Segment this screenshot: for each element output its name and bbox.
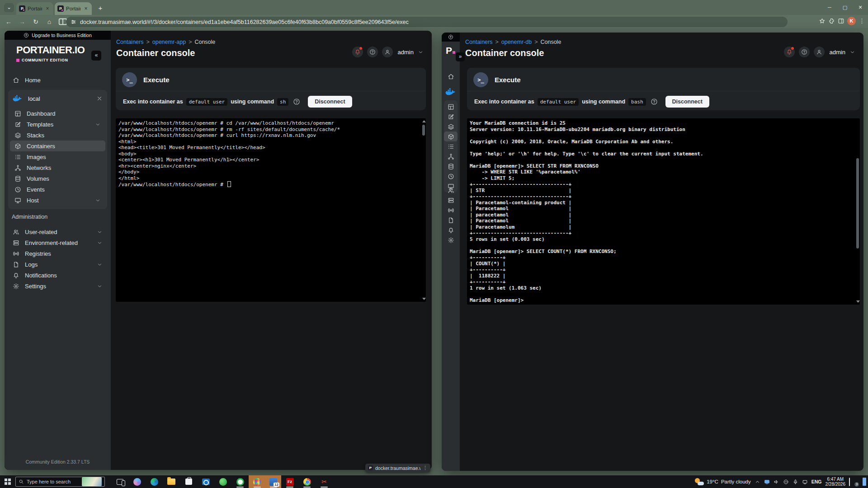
sidebar-expand-button[interactable]: »: [456, 52, 465, 61]
edge-app-button[interactable]: [146, 475, 163, 488]
new-tab-button[interactable]: +: [96, 4, 105, 13]
sidebar-item-home[interactable]: [444, 71, 458, 81]
sidebar-item-images[interactable]: [444, 141, 458, 151]
help-icon[interactable]: [367, 47, 378, 57]
user-menu-chevron-icon[interactable]: [849, 49, 855, 55]
sidebar-item-environment-related[interactable]: Environment-related: [8, 237, 107, 248]
user-avatar[interactable]: [814, 47, 825, 57]
snipping-tool-app-button[interactable]: ✂: [316, 475, 333, 488]
green-app-2-app-button[interactable]: [231, 475, 249, 488]
username[interactable]: admin: [830, 49, 845, 56]
exec-help-icon[interactable]: [651, 98, 658, 105]
sidebar-item-networks[interactable]: Networks: [10, 162, 105, 173]
start-button[interactable]: [0, 475, 15, 488]
sidebar-item-environment-related[interactable]: [444, 195, 458, 205]
sidebar-item-dashboard[interactable]: [444, 102, 458, 112]
scrollbar-thumb[interactable]: [856, 158, 859, 249]
copilot-app-button[interactable]: [128, 475, 146, 488]
forward-icon[interactable]: →: [17, 18, 27, 25]
search-box[interactable]: Type here to search: [15, 477, 105, 487]
scroll-up-icon[interactable]: [422, 120, 426, 122]
sidebar-item-logs[interactable]: [444, 215, 458, 225]
upgrade-banner[interactable]: [442, 33, 460, 42]
browser-tab[interactable]: P Portainer ×: [16, 2, 53, 15]
sidebar-item-home[interactable]: Home: [8, 75, 107, 85]
sidebar-item-logs[interactable]: Logs: [8, 259, 107, 270]
console-terminal[interactable]: /var/www/localhost/htdocs/openemr # cd /…: [116, 118, 426, 302]
sidebar-item-settings[interactable]: [444, 235, 458, 245]
breadcrumb-link[interactable]: Containers: [116, 39, 143, 45]
upgrade-banner[interactable]: Upgrade to Business Edition: [5, 31, 111, 40]
calendar-app-app-button[interactable]: 12: [265, 475, 281, 488]
close-icon[interactable]: ✕: [853, 0, 868, 15]
side-panel-icon[interactable]: [838, 18, 844, 24]
address-bar[interactable]: docker.traumasimae.world/#!/3/docker/con…: [66, 17, 788, 27]
maximize-icon[interactable]: ▢: [837, 0, 853, 15]
endpoint-local[interactable]: local: [8, 93, 107, 104]
sidebar-item-user-related[interactable]: [444, 185, 458, 195]
disconnect-button[interactable]: Disconnect: [665, 96, 709, 108]
minimize-icon[interactable]: ─: [822, 0, 837, 15]
breadcrumb-link[interactable]: openemr-db: [501, 39, 532, 45]
window-status-pill[interactable]: P docker.traumasimae.world ⋮: [365, 464, 430, 472]
disconnect-button[interactable]: Disconnect: [308, 96, 352, 108]
tab-close-icon[interactable]: ×: [44, 5, 51, 12]
sidebar-item-events[interactable]: [444, 171, 458, 181]
site-settings-icon[interactable]: [71, 19, 76, 25]
console-terminal[interactable]: Your MariaDB connection id is 25Server v…: [467, 118, 860, 305]
chrome-app-button[interactable]: [298, 475, 316, 488]
sidebar-item-notifications[interactable]: Notifications: [8, 270, 107, 281]
sidebar-item-containers[interactable]: [444, 131, 458, 141]
tab-search-button[interactable]: ⌄: [4, 3, 14, 12]
file-explorer-app-button[interactable]: [163, 475, 180, 488]
sidebar-item-host[interactable]: Host: [10, 195, 105, 206]
sidebar-collapse-button[interactable]: «: [91, 51, 101, 61]
network-icon[interactable]: [802, 479, 808, 485]
display-icon[interactable]: [764, 479, 770, 485]
show-desktop-button[interactable]: [863, 478, 866, 486]
filezilla-app-button[interactable]: Fz: [281, 475, 298, 488]
endpoint-local[interactable]: [444, 87, 458, 97]
extensions-icon[interactable]: [828, 18, 835, 24]
help-icon[interactable]: [799, 47, 810, 57]
bookmark-star-icon[interactable]: [819, 18, 826, 24]
notifications-bell-icon[interactable]: [352, 47, 363, 57]
profile-avatar[interactable]: K: [847, 17, 856, 25]
user-avatar[interactable]: [382, 47, 393, 57]
weather-widget[interactable]: 19°C Partly cloudy: [695, 478, 751, 485]
sidebar-item-stacks[interactable]: Stacks: [10, 130, 105, 141]
back-icon[interactable]: ←: [4, 18, 14, 25]
sidebar-item-volumes[interactable]: [444, 161, 458, 171]
terminal-scrollbar[interactable]: [855, 118, 860, 305]
outlook-app-button[interactable]: [197, 475, 214, 488]
search-weather-image[interactable]: [82, 477, 102, 486]
endpoint-close-icon[interactable]: [96, 95, 103, 102]
sidebar-item-notifications[interactable]: [444, 225, 458, 235]
language-indicator[interactable]: ENG: [811, 479, 822, 484]
sidebar-item-registries[interactable]: [444, 205, 458, 215]
scroll-down-icon[interactable]: [856, 300, 860, 303]
sidebar-item-images[interactable]: Images: [10, 151, 105, 162]
sidebar-item-events[interactable]: Events: [10, 184, 105, 195]
menu-icon[interactable]: [859, 18, 865, 24]
username[interactable]: admin: [398, 49, 414, 56]
scrollbar-thumb[interactable]: [422, 125, 425, 136]
green-app-1-app-button[interactable]: [214, 475, 231, 488]
sidebar-item-templates[interactable]: [444, 112, 458, 122]
sidebar-item-containers[interactable]: Containers: [10, 141, 105, 151]
sidebar-item-networks[interactable]: [444, 151, 458, 161]
sidebar-item-registries[interactable]: Registries: [8, 248, 107, 259]
sidebar-item-user-related[interactable]: User-related: [8, 226, 107, 237]
reload-icon[interactable]: ↻: [31, 18, 41, 25]
notification-center-button[interactable]: 3: [849, 478, 858, 485]
breadcrumb-link[interactable]: openemr-app: [152, 39, 186, 45]
task-view-app-button[interactable]: [111, 475, 128, 488]
sidebar-item-settings[interactable]: Settings: [8, 281, 107, 291]
exec-help-icon[interactable]: [293, 98, 300, 105]
status-pill-menu-icon[interactable]: ⋮: [423, 465, 428, 471]
speaker-icon[interactable]: [774, 479, 779, 485]
sidebar-item-templates[interactable]: Templates: [10, 119, 105, 130]
headset-icon[interactable]: [783, 479, 789, 485]
sidebar-item-dashboard[interactable]: Dashboard: [10, 108, 105, 119]
tray-chevron-up-icon[interactable]: [755, 479, 760, 485]
